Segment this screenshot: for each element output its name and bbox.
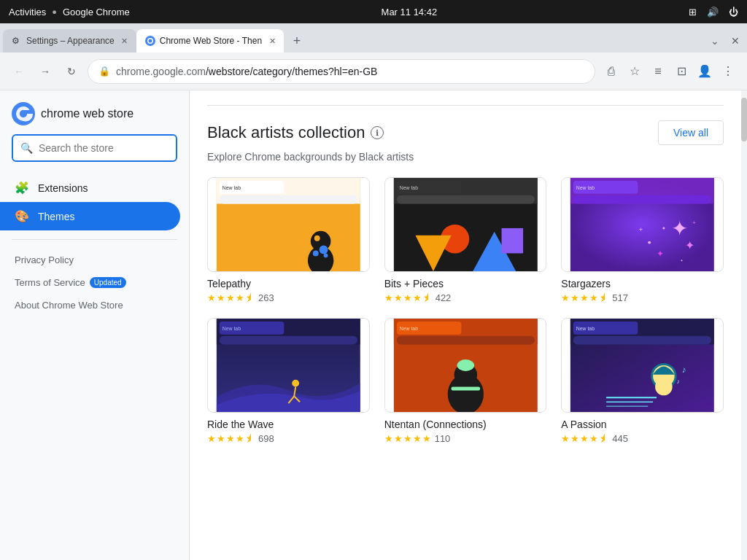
svg-text:New tab: New tab: [222, 185, 241, 190]
svg-text:✦: ✦: [657, 249, 664, 259]
tab-settings[interactable]: ⚙ Settings – Appearance ✕: [3, 29, 136, 52]
search-input[interactable]: [39, 142, 169, 154]
tab-settings-title: Settings – Appearance: [26, 36, 115, 46]
theme-count-bits-pieces: 422: [436, 292, 452, 303]
tab-list-button[interactable]: ⌄: [706, 32, 724, 50]
tab-bar: ⚙ Settings – Appearance ✕ Chrome Web Sto…: [0, 23, 747, 52]
svg-rect-58: [573, 336, 711, 345]
svg-text:New tab: New tab: [399, 185, 417, 190]
theme-name-telepathy: Telepathy: [207, 278, 370, 289]
svg-rect-24: [501, 228, 523, 253]
theme-card-bits-pieces[interactable]: New tab Bits + Pieces★★★★⯨422: [384, 177, 547, 303]
svg-rect-27: [573, 195, 711, 204]
content-area: Black artists collection ℹ View all Expl…: [190, 90, 741, 560]
lock-icon: 🔒: [98, 66, 110, 77]
menu-button[interactable]: ⋮: [718, 61, 738, 82]
theme-rating-ntentan: ★★★★★110: [384, 433, 547, 444]
svg-text:+: +: [639, 225, 643, 233]
theme-rating-ride-the-wave: ★★★★⯨698: [207, 433, 370, 444]
theme-count-stargazers: 517: [612, 292, 628, 303]
title-bar-datetime: Mar 11 14:42: [382, 7, 438, 18]
theme-card-a-passion[interactable]: New tab ♪ ♪ A Passion★★★★⯨445: [561, 318, 724, 444]
tos-label: Terms of Service: [15, 277, 85, 288]
svg-point-54: [457, 359, 474, 371]
privacy-policy-label: Privacy Policy: [15, 254, 74, 265]
tos-link[interactable]: Terms of Service Updated: [0, 271, 189, 294]
close-window-button[interactable]: ✕: [727, 32, 744, 50]
sidebar-item-extensions[interactable]: 🧩 Extensions: [0, 174, 180, 202]
theme-grid: New tab Telepathy★★★★⯨263 New tab: [207, 177, 724, 444]
main-layout: chrome web store 🔍 🧩 Extensions 🎨 Themes…: [0, 90, 747, 560]
theme-rating-a-passion: ★★★★⯨445: [561, 433, 724, 444]
collection-title-area: Black artists collection ℹ: [207, 123, 384, 142]
chrome-logo: [12, 102, 35, 125]
title-bar-controls: ⊞ 🔊 ⏻: [689, 7, 738, 18]
svg-rect-49: [396, 336, 534, 345]
themes-icon: 🎨: [15, 209, 29, 223]
theme-stars-stargazers: ★★★★⯨: [561, 292, 609, 303]
theme-name-ntentan: Ntentan (Connections): [384, 419, 547, 430]
svg-text:New tab: New tab: [399, 326, 417, 331]
theme-thumbnail-bits-pieces: New tab: [384, 177, 547, 272]
svg-text:New tab: New tab: [576, 185, 595, 190]
theme-thumbnail-telepathy: New tab: [207, 177, 370, 272]
power-icon[interactable]: ⏻: [729, 7, 738, 18]
back-button[interactable]: ←: [9, 61, 29, 82]
about-link[interactable]: About Chrome Web Store: [0, 294, 189, 316]
svg-text:✦: ✦: [686, 239, 695, 252]
theme-card-ride-the-wave[interactable]: New tab Ride the Wave★★★★⯨698: [207, 318, 370, 444]
theme-card-stargazers[interactable]: New tab ✦ ✦ ✦ + + Stargazers★★★★⯨517: [561, 177, 724, 303]
tab-webstore-title: Chrome Web Store - Then: [160, 36, 262, 46]
tab-webstore-close[interactable]: ✕: [266, 35, 278, 47]
svg-text:New tab: New tab: [222, 326, 241, 331]
theme-name-ride-the-wave: Ride the Wave: [207, 419, 370, 430]
info-icon[interactable]: ℹ: [371, 126, 384, 139]
svg-point-2: [148, 39, 152, 43]
new-tab-button[interactable]: +: [287, 31, 307, 51]
tab-overflow-controls: ⌄ ✕: [706, 32, 744, 50]
view-all-button[interactable]: View all: [658, 120, 724, 145]
svg-point-14: [313, 250, 319, 256]
sidebar-item-themes[interactable]: 🎨 Themes: [0, 202, 180, 230]
theme-rating-bits-pieces: ★★★★⯨422: [384, 292, 547, 303]
theme-stars-bits-pieces: ★★★★⯨: [384, 292, 433, 303]
theme-thumbnail-stargazers: New tab ✦ ✦ ✦ + +: [561, 177, 724, 272]
activities-label[interactable]: Activities: [9, 7, 46, 18]
svg-point-35: [649, 241, 651, 244]
extensions-label: Extensions: [38, 182, 88, 194]
tab-webstore-favicon: [145, 36, 155, 46]
bookmark-button[interactable]: ☆: [624, 61, 645, 82]
omnibox[interactable]: 🔒 chrome.google.com/webstore/category/th…: [88, 59, 595, 84]
theme-thumbnail-a-passion: New tab ♪ ♪: [561, 318, 724, 413]
theme-card-ntentan[interactable]: New tab Ntentan (Connections)★★★★★110: [384, 318, 547, 444]
theme-name-stargazers: Stargazers: [561, 278, 724, 289]
privacy-policy-link[interactable]: Privacy Policy: [0, 249, 189, 271]
svg-text:New tab: New tab: [576, 326, 595, 331]
forward-button[interactable]: →: [35, 61, 55, 82]
volume-icon[interactable]: 🔊: [707, 7, 719, 18]
theme-rating-stargazers: ★★★★⯨517: [561, 292, 724, 303]
themes-label: Themes: [38, 211, 75, 222]
search-box[interactable]: 🔍: [12, 134, 177, 162]
svg-point-37: [681, 260, 683, 261]
tab-settings-favicon: ⚙: [12, 36, 22, 46]
tab-settings-close[interactable]: ✕: [119, 35, 131, 47]
theme-card-telepathy[interactable]: New tab Telepathy★★★★⯨263: [207, 177, 370, 303]
share-button[interactable]: ⎙: [601, 61, 622, 82]
scrollbar-track[interactable]: [741, 90, 747, 560]
collection-title-text: Black artists collection: [207, 123, 365, 142]
scrollbar-thumb[interactable]: [741, 98, 747, 141]
theme-thumbnail-ntentan: New tab: [384, 318, 547, 413]
reload-button[interactable]: ↻: [61, 61, 82, 82]
theme-name-bits-pieces: Bits + Pieces: [384, 278, 547, 289]
reader-mode-button[interactable]: ≡: [648, 61, 668, 82]
svg-rect-40: [220, 336, 357, 345]
store-name: chrome web store: [41, 107, 133, 120]
theme-count-telepathy: 263: [258, 292, 274, 303]
store-logo-area: chrome web store: [0, 102, 189, 134]
tab-webstore[interactable]: Chrome Web Store - Then ✕: [136, 29, 284, 52]
account-button[interactable]: 👤: [694, 61, 715, 82]
theme-count-a-passion: 445: [612, 433, 628, 444]
split-view-button[interactable]: ⊡: [671, 61, 692, 82]
svg-rect-7: [220, 195, 357, 204]
